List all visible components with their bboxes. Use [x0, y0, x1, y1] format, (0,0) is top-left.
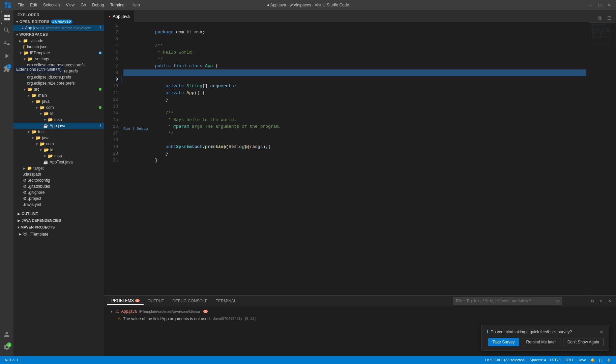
open-editor-app-java[interactable]: ● App.java IFTemplate\src\main\java\com.… [13, 25, 104, 31]
panel-collapse-button[interactable]: ∧ [597, 297, 605, 305]
explorer-header[interactable]: EXPLORER [13, 10, 104, 18]
maven-section[interactable]: ▾ MAVEN PROJECTS [13, 224, 104, 231]
status-position[interactable]: Ln 9, Col 1 (33 selected) [483, 358, 528, 362]
item-label: org.eclipse.core.resources.prefs [27, 63, 85, 67]
problem-file-row[interactable]: ▼ ⚠ App.java IFTemplate\src\main\java\co… [107, 308, 613, 315]
menu-file[interactable]: File [15, 2, 27, 8]
split-editor-button[interactable]: ⧉ [596, 14, 604, 22]
take-survey-button[interactable]: Take Survey [488, 338, 519, 346]
minimize-button[interactable]: ─ [586, 2, 594, 8]
menu-help[interactable]: Help [129, 2, 143, 8]
status-encoding[interactable]: UTF-8 [548, 358, 562, 362]
maximize-button[interactable]: ❐ [596, 2, 604, 8]
warning-icon: ⚠ [12, 358, 15, 362]
activity-extensions[interactable]: 1 [1, 63, 13, 75]
panel-tab-problems[interactable]: PROBLEMS 1 [107, 297, 144, 305]
tree-item-java-main[interactable]: ▼ 📂 java [13, 98, 104, 104]
menu-selection[interactable]: Selection [40, 2, 62, 8]
panel-close-button[interactable]: ✕ [606, 297, 613, 305]
activity-accounts[interactable] [1, 328, 13, 340]
tree-item-classpath[interactable]: .classpath [13, 171, 104, 177]
status-notification[interactable]: 🔔 [588, 358, 597, 362]
menu-go[interactable]: Go [78, 2, 89, 8]
tree-item-msa-test[interactable]: ▼ 📂 msa [13, 153, 104, 159]
tree-item-editorconfig[interactable]: ⚙ .editorconfig [13, 177, 104, 183]
status-language[interactable]: Java [576, 358, 588, 362]
folder-icon: 📂 [28, 87, 33, 92]
tree-item-msa-main[interactable]: ▼ 📂 msa [13, 117, 104, 123]
activity-settings[interactable]: 1 [1, 341, 13, 353]
code-line-4: * Hello world! [123, 42, 586, 49]
tree-item-gitignore[interactable]: ⚙ .gitignore [13, 189, 104, 195]
line-num-3: 3 [105, 36, 121, 42]
language-text: Java [578, 358, 586, 362]
tree-item-prefs3[interactable]: org.eclipse.jdt.core.prefs [13, 74, 104, 80]
tree-item-app-java[interactable]: ☕ App.java 1 [13, 123, 104, 129]
tree-item-com-test[interactable]: ▼ 📂 com [13, 141, 104, 147]
file-icon: {} [23, 44, 26, 49]
workspaces-label: WORKSPACES [20, 32, 48, 36]
menu-edit[interactable]: Edit [27, 2, 40, 8]
panel-tab-output[interactable]: OUTPUT [144, 297, 168, 305]
tree-item-prefs1[interactable]: org.eclipse.core.resources.prefs [13, 62, 104, 68]
tree-item-target[interactable]: ▶ 📁 target [13, 165, 104, 171]
tree-item-prefs2[interactable]: org.eclipse.jdt.apt.core.prefs [13, 68, 104, 74]
menu-terminal[interactable]: Terminal [108, 2, 128, 8]
open-editors-header[interactable]: ▾ OPEN EDITORS 1 UNSAVED [13, 18, 104, 25]
tree-item-src[interactable]: ▼ 📂 src [13, 86, 104, 92]
workspaces-header[interactable]: ▾ WORKSPACES [13, 31, 104, 38]
code-line-8: 💡 private String[] arguments; [123, 69, 586, 76]
menu-debug[interactable]: Debug [89, 2, 107, 8]
title-bar: File Edit Selection View Go Debug Termin… [0, 0, 616, 10]
filter-input[interactable] [453, 298, 554, 304]
problem-row-1[interactable]: ⚠ The value of the field App.arguments i… [107, 315, 613, 323]
notification-close-button[interactable]: ✕ [599, 329, 604, 335]
code-line-1: package com.kt.msa; [123, 22, 586, 29]
menu-view[interactable]: View [63, 2, 77, 8]
status-spaces[interactable]: Spaces: 4 [528, 358, 548, 362]
status-errors[interactable]: ⊗ 0 ⚠ 1 [3, 356, 20, 364]
maven-iftemplate[interactable]: ▶ Ⓜ IFTemplate [13, 231, 104, 238]
tree-item-project[interactable]: ⚙ .project [13, 195, 104, 202]
status-formatter[interactable]: { } [597, 358, 605, 362]
outline-section[interactable]: ▶ OUTLINE [13, 210, 104, 217]
tree-item-kt-main[interactable]: ▼ 📂 kt [13, 111, 104, 117]
tree-item-settings[interactable]: ▼ 📂 .settings [13, 56, 104, 62]
tree-item-main[interactable]: ▼ 📂 main [13, 92, 104, 98]
folder-icon: 📂 [40, 105, 45, 110]
tree-item-iftemplate[interactable]: ▼ 📂 IFTemplate [13, 50, 104, 56]
tree-item-launch-json[interactable]: {} launch.json [13, 44, 104, 50]
tree-item-kt-test[interactable]: ▼ 📂 kt [13, 147, 104, 153]
tree-item-com-main[interactable]: ▼ 📂 com [13, 104, 104, 111]
activity-search[interactable] [1, 24, 13, 36]
more-actions-button[interactable]: ☰ [605, 14, 613, 22]
activity-source-control[interactable] [1, 37, 13, 49]
code-content[interactable]: package com.kt.msa; /** * Hello world! *… [121, 22, 589, 295]
tree-item-java-test[interactable]: ▼ 📂 java [13, 135, 104, 141]
filter-settings-button[interactable]: ⚙ [554, 297, 562, 305]
line-num-9: 9 [105, 76, 121, 83]
tree-item-gitattributes[interactable]: ⚙ .gitattributes [13, 183, 104, 189]
panel-tab-debug-console[interactable]: DEBUG CONSOLE [168, 297, 212, 305]
panel-tab-label: PROBLEMS [111, 298, 134, 303]
panel-copy-button[interactable]: ⧉ [588, 297, 596, 305]
activity-run[interactable] [1, 50, 13, 62]
panel-tab-terminal[interactable]: TERMINAL [212, 297, 240, 305]
code-editor[interactable]: 1 2 3 4 5 6 7 8 9 10 11 12 13 14 15 16 1 [105, 22, 616, 295]
tree-item-apptest-java[interactable]: ☕ AppTest.java [13, 159, 104, 165]
close-button[interactable]: ✕ [605, 2, 613, 8]
run-debug-link[interactable]: Run | Debug [123, 125, 148, 132]
dont-show-button[interactable]: Don't Show Again [563, 338, 604, 346]
status-power[interactable]: ⚡ [605, 358, 613, 362]
tree-item-test[interactable]: ▼ 📂 test [13, 129, 104, 135]
arrow-icon: ▼ [27, 94, 30, 97]
tree-item-vscode[interactable]: ▶ 📁 .vscode [13, 38, 104, 44]
remind-later-button[interactable]: Remind Me later [522, 338, 560, 346]
tree-item-prefs4[interactable]: org.eclipse.m2e.core.prefs [13, 80, 104, 86]
tab-app-java[interactable]: ● App.java [105, 10, 134, 22]
status-eol[interactable]: CRLF [563, 358, 577, 362]
java-deps-section[interactable]: ▶ JAVA DEPENDENCIES [13, 217, 104, 224]
item-label: .travis.yml [23, 202, 41, 207]
activity-explorer[interactable] [1, 11, 13, 24]
tree-item-travis[interactable]: .travis.yml [13, 202, 104, 208]
